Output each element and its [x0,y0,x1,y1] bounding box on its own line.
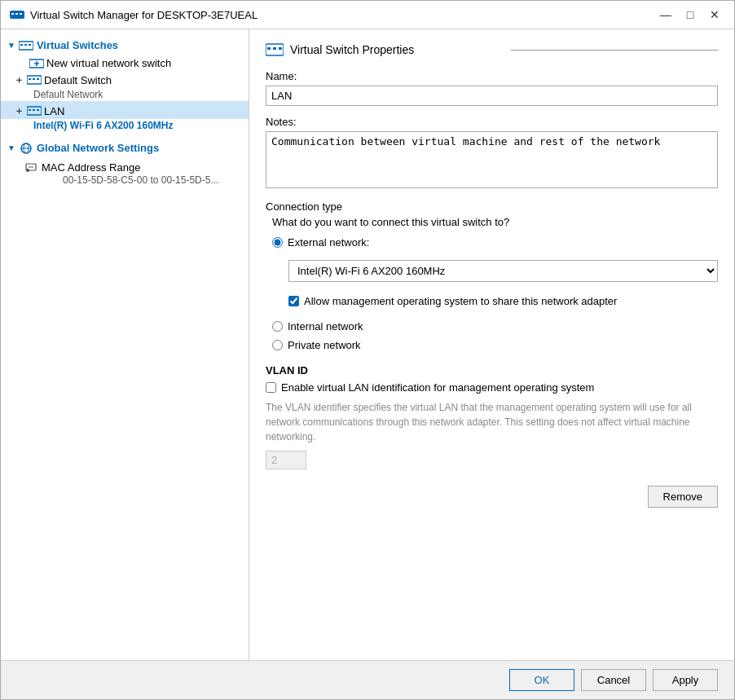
lan-switch-icon [27,105,42,117]
svg-rect-1 [11,13,14,15]
remove-button-container: Remove [266,486,718,508]
svg-rect-3 [20,13,22,15]
vlan-input[interactable] [266,451,306,469]
svg-rect-12 [29,78,31,80]
svg-rect-17 [33,109,35,111]
ok-button[interactable]: OK [509,669,574,691]
title-icon [9,7,25,23]
radio-private[interactable] [272,340,283,350]
mac-sub: 00-15-5D-58-C5-00 to 00-15-5D-5... [24,174,242,187]
notes-group: Notes: Communication between virtual mac… [266,116,718,191]
new-switch-icon [29,58,44,69]
radio-internal[interactable] [272,321,283,332]
svg-rect-13 [33,78,35,80]
mac-address-item[interactable]: MAC Address Range 00-15-5D-58-C5-00 to 0… [1,157,249,188]
title-text: Virtual Switch Manager for DESKTOP-3E7UE… [30,9,257,21]
remove-button[interactable]: Remove [648,486,718,508]
title-bar-left: Virtual Switch Manager for DESKTOP-3E7UE… [9,7,257,23]
expand-icon: ＋ [14,73,24,87]
svg-rect-6 [24,44,27,46]
title-controls: — □ ✕ [654,6,726,24]
mac-label: MAC Address Range [42,161,140,174]
bottom-bar: OK Cancel Apply [1,660,734,699]
panel-title-section: Virtual Switch Properties [266,42,718,57]
name-group: Name: [266,70,718,106]
radio-external[interactable] [272,237,283,248]
default-switch-row[interactable]: ＋ Default Switch [1,70,249,88]
maximize-button[interactable]: □ [679,6,702,24]
panel-divider [511,50,719,51]
radio-private-item: Private network [272,339,718,351]
svg-rect-7 [29,44,31,46]
notes-label: Notes: [266,116,718,128]
svg-rect-2 [15,13,18,15]
vlan-input-row [266,451,718,469]
radio-group: External network: Intel(R) Wi-Fi 6 AX200… [266,236,718,351]
global-network-icon [19,143,33,154]
lan-item: ＋ LAN Intel(R) Wi-Fi 6 AX200 160MHz [1,101,249,132]
external-network-dropdown[interactable]: Intel(R) Wi-Fi 6 AX200 160MHz [288,260,718,282]
new-virtual-switch-item[interactable]: New virtual network switch [1,55,249,70]
virtual-switches-label: Virtual Switches [37,39,118,51]
vlan-checkbox-row: Enable virtual LAN identification for ma… [266,381,718,394]
arrow-icon: ▼ [7,41,15,50]
radio-private-label[interactable]: Private network [288,339,361,351]
panel-title-icon [266,42,284,57]
allow-management-checkbox[interactable] [288,296,299,306]
vlan-checkbox-label[interactable]: Enable virtual LAN identification for ma… [281,381,594,394]
switch-icon [27,74,42,86]
virtual-switches-icon [19,40,33,51]
svg-rect-14 [37,78,39,80]
content-area: ▼ Virtual Switches New virtual network s [1,29,734,660]
global-arrow-icon: ▼ [7,143,15,152]
global-network-label: Global Network Settings [37,142,159,154]
lan-sub: Intel(R) Wi-Fi 6 AX200 160MHz [1,119,249,132]
lan-label: LAN [44,105,64,117]
default-switch-item: ＋ Default Switch Default Network [1,70,249,101]
radio-internal-label[interactable]: Internal network [288,320,363,332]
left-panel: ▼ Virtual Switches New virtual network s [1,29,249,660]
svg-point-24 [26,169,29,172]
default-switch-label: Default Switch [44,74,112,86]
svg-rect-28 [279,47,282,50]
virtual-switches-header[interactable]: ▼ Virtual Switches [1,36,249,55]
mac-icon [24,160,38,174]
lan-row[interactable]: ＋ LAN [1,101,249,119]
radio-external-item: External network: [272,236,718,249]
svg-rect-26 [267,47,271,50]
lan-expand-icon: ＋ [14,103,24,118]
main-window: Virtual Switch Manager for DESKTOP-3E7UE… [0,0,735,700]
cancel-button[interactable]: Cancel [581,669,646,691]
svg-rect-27 [273,47,276,50]
name-label: Name: [266,70,718,82]
allow-management-checkbox-item: Allow management operating system to sha… [288,295,718,307]
close-button[interactable]: ✕ [703,6,726,24]
default-switch-sub: Default Network [1,88,249,101]
vlan-checkbox[interactable] [266,382,276,393]
external-network-dropdown-wrapper: Intel(R) Wi-Fi 6 AX200 160MHz [288,260,718,282]
allow-management-label[interactable]: Allow management operating system to sha… [304,295,617,307]
global-network-header[interactable]: ▼ Global Network Settings [1,139,249,157]
connection-type-label: Connection type [266,200,718,213]
minimize-button[interactable]: — [654,6,677,24]
connection-type-question: What do you want to connect this virtual… [266,216,718,228]
panel-title-text: Virtual Switch Properties [290,43,498,56]
mac-item-row: MAC Address Range [24,160,242,174]
right-panel: Virtual Switch Properties Name: Notes: C… [249,29,734,660]
name-input[interactable] [266,86,718,106]
vlan-section: VLAN ID Enable virtual LAN identificatio… [266,364,718,469]
svg-rect-16 [29,109,31,111]
svg-rect-5 [20,44,23,46]
vlan-description: The VLAN identifier specifies the virtua… [266,400,718,444]
title-bar: Virtual Switch Manager for DESKTOP-3E7UE… [1,1,734,29]
notes-textarea[interactable]: Communication between virtual machine an… [266,131,718,188]
connection-type-group: Connection type What do you want to conn… [266,200,718,351]
radio-internal-item: Internal network [272,320,718,332]
apply-button[interactable]: Apply [653,669,718,691]
new-switch-label: New virtual network switch [46,57,171,69]
radio-external-label[interactable]: External network: [288,236,369,249]
svg-rect-18 [37,109,39,111]
vlan-title: VLAN ID [266,364,718,376]
